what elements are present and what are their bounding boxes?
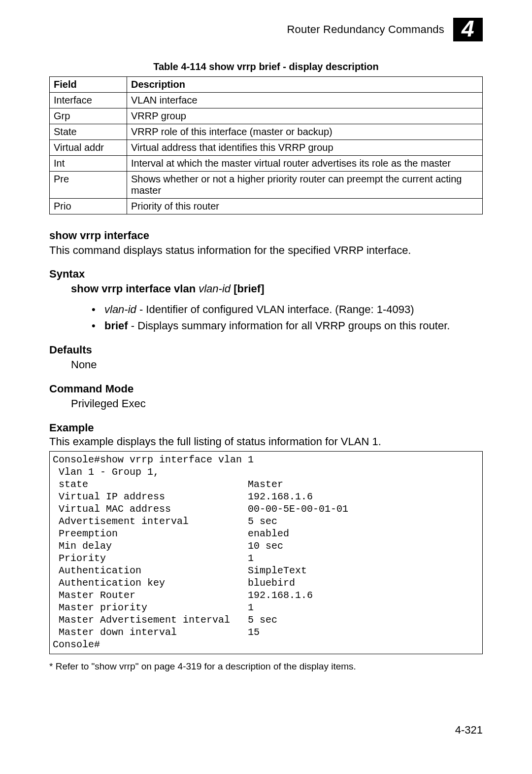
syntax-bullet: brief - Displays summary information for… xyxy=(49,317,483,334)
command-name: show vrrp interface xyxy=(49,229,483,242)
description-table: Field Description Interface VLAN interfa… xyxy=(49,76,483,214)
syntax-bold: ] xyxy=(261,282,264,295)
command-description: This command displays status information… xyxy=(49,243,483,258)
bullet-text: - Identifier of configured VLAN interfac… xyxy=(136,303,414,316)
table-header-row: Field Description xyxy=(50,77,483,93)
code-block: Console#show vrrp interface vlan 1 Vlan … xyxy=(49,451,483,654)
mode-label: Command Mode xyxy=(49,383,483,395)
table-caption: Table 4-114 show vrrp brief - display de… xyxy=(49,61,483,72)
page: Router Redundancy Commands 4 Table 4-114… xyxy=(0,0,532,756)
cell-description: VRRP group xyxy=(127,108,483,124)
bullet-bold: brief xyxy=(104,319,128,332)
page-header: Router Redundancy Commands 4 xyxy=(49,18,483,41)
cell-field: Int xyxy=(50,156,127,172)
th-description: Description xyxy=(127,77,483,93)
page-number: 4-321 xyxy=(455,724,483,737)
cell-field: Interface xyxy=(50,93,127,108)
mode-value: Privileged Exec xyxy=(49,396,483,412)
table-row: Int Interval at which the master virtual… xyxy=(50,156,483,172)
syntax-bullet: vlan-id - Identifier of configured VLAN … xyxy=(49,301,483,317)
example-intro: This example displays the full listing o… xyxy=(49,435,483,448)
syntax-bold: show vrrp interface vlan xyxy=(71,282,199,295)
cell-field: Virtual addr xyxy=(50,140,127,156)
chapter-badge: 4 xyxy=(453,18,483,41)
syntax-bold: brief xyxy=(237,282,261,295)
table-row: Pre Shows whether or not a higher priori… xyxy=(50,172,483,199)
table-row: Virtual addr Virtual address that identi… xyxy=(50,140,483,156)
defaults-value: None xyxy=(49,357,483,373)
table-row: Grp VRRP group xyxy=(50,108,483,124)
th-field: Field xyxy=(50,77,127,93)
cell-field: Prio xyxy=(50,199,127,214)
footnote: * Refer to "show vrrp" on page 4-319 for… xyxy=(49,661,483,672)
cell-field: Grp xyxy=(50,108,127,124)
cell-description: VRRP role of this interface (master or b… xyxy=(127,124,483,140)
syntax-label: Syntax xyxy=(49,268,483,281)
defaults-label: Defaults xyxy=(49,344,483,356)
header-title: Router Redundancy Commands xyxy=(287,23,444,36)
syntax-bullets: vlan-id - Identifier of configured VLAN … xyxy=(49,301,483,334)
chapter-number: 4 xyxy=(462,17,474,40)
syntax-line: show vrrp interface vlan vlan-id [brief] xyxy=(49,281,483,297)
cell-description: VLAN interface xyxy=(127,93,483,108)
cell-field: State xyxy=(50,124,127,140)
cell-description: Virtual address that identifies this VRR… xyxy=(127,140,483,156)
syntax-italic: vlan-id xyxy=(199,282,231,295)
table-row: Interface VLAN interface xyxy=(50,93,483,108)
syntax-bold: [ xyxy=(231,282,237,295)
example-label: Example xyxy=(49,422,483,434)
table-row: State VRRP role of this interface (maste… xyxy=(50,124,483,140)
cell-description: Interval at which the master virtual rou… xyxy=(127,156,483,172)
table-row: Prio Priority of this router xyxy=(50,199,483,214)
bullet-text: - Displays summary information for all V… xyxy=(128,319,450,332)
bullet-italic: vlan-id xyxy=(104,303,136,316)
code-text: Console#show vrrp interface vlan 1 Vlan … xyxy=(53,454,479,651)
cell-description: Priority of this router xyxy=(127,199,483,214)
cell-description: Shows whether or not a higher priority r… xyxy=(127,172,483,199)
command-section: show vrrp interface This command display… xyxy=(49,229,483,258)
cell-field: Pre xyxy=(50,172,127,199)
